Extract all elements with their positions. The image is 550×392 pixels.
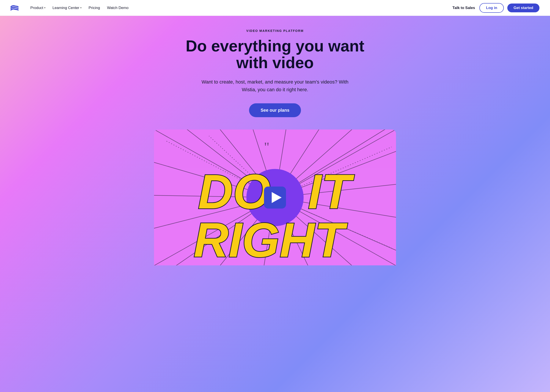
logo[interactable] bbox=[11, 5, 19, 11]
svg-text:IT: IT bbox=[308, 165, 354, 219]
hero-title: Do everything you want with video bbox=[176, 38, 374, 71]
svg-text:RIGHT: RIGHT bbox=[194, 213, 348, 265]
nav-right: Talk to Sales Log in Get started bbox=[452, 3, 539, 13]
navigation: Product ▾ Learning Center ▾ Pricing Watc… bbox=[0, 0, 550, 16]
nav-learning-center[interactable]: Learning Center ▾ bbox=[50, 4, 85, 12]
nav-product[interactable]: Product ▾ bbox=[27, 4, 49, 12]
see-plans-button[interactable]: See our plans bbox=[249, 103, 301, 117]
product-chevron-icon: ▾ bbox=[44, 6, 46, 9]
login-button[interactable]: Log in bbox=[479, 3, 504, 13]
radial-lines-svg: DO IT RIGHT " bbox=[154, 129, 396, 266]
learning-center-chevron-icon: ▾ bbox=[80, 6, 82, 9]
video-thumbnail[interactable]: DO IT RIGHT " bbox=[154, 129, 396, 266]
video-thumbnail-container: DO IT RIGHT " bbox=[154, 129, 396, 266]
get-started-button[interactable]: Get started bbox=[507, 4, 539, 12]
nav-links: Product ▾ Learning Center ▾ Pricing Watc… bbox=[27, 4, 452, 12]
svg-text:DO: DO bbox=[198, 165, 271, 219]
hero-subtitle: Want to create, host, market, and measur… bbox=[200, 78, 350, 93]
svg-text:": " bbox=[264, 140, 270, 154]
wistia-logo-icon bbox=[11, 5, 19, 11]
talk-to-sales-link[interactable]: Talk to Sales bbox=[452, 4, 476, 12]
hero-eyebrow: VIDEO MARKETING PLATFORM bbox=[246, 29, 304, 33]
comic-background: DO IT RIGHT " bbox=[154, 129, 396, 266]
hero-section: VIDEO MARKETING PLATFORM Do everything y… bbox=[0, 16, 550, 392]
nav-watch-demo[interactable]: Watch Demo bbox=[104, 4, 132, 12]
nav-pricing[interactable]: Pricing bbox=[86, 4, 103, 12]
